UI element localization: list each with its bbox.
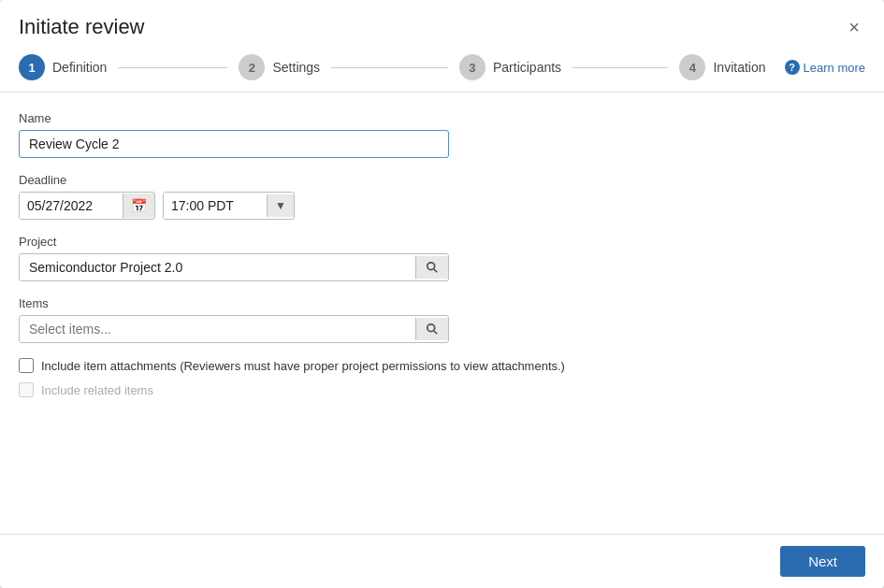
step-4-label: Invitation <box>713 60 765 75</box>
calendar-icon: 📅 <box>131 198 147 213</box>
include-attachments-checkbox[interactable] <box>19 358 34 373</box>
deadline-row: 📅 ▼ <box>19 192 865 220</box>
step-4: 4 Invitation <box>679 54 765 80</box>
modal-title: Initiate review <box>19 15 145 39</box>
svg-line-3 <box>434 331 438 335</box>
time-input[interactable] <box>164 193 267 219</box>
name-input[interactable] <box>19 130 449 158</box>
include-related-checkbox[interactable] <box>19 382 34 397</box>
help-icon: ? <box>785 60 800 75</box>
items-label: Items <box>19 296 865 310</box>
time-dropdown-button[interactable]: ▼ <box>267 194 294 217</box>
date-input[interactable] <box>20 193 123 219</box>
step-1-circle: 1 <box>19 54 45 80</box>
include-attachments-label: Include item attachments (Reviewers must… <box>41 359 565 373</box>
step-1-label: Definition <box>52 60 107 75</box>
step-2-label: Settings <box>272 60 320 75</box>
calendar-button[interactable]: 📅 <box>123 194 154 218</box>
stepper-steps: 1 Definition 2 Settings 3 <box>19 54 766 80</box>
step-2: 2 Settings <box>239 54 458 80</box>
modal-header: Initiate review × 1 Definition 2 <box>0 0 884 93</box>
svg-point-2 <box>428 324 435 332</box>
learn-more-label: Learn more <box>804 61 865 75</box>
items-input[interactable] <box>20 316 415 342</box>
modal-footer: Next <box>0 534 884 588</box>
include-related-label: Include related items <box>41 383 153 397</box>
step-1-line <box>118 67 227 68</box>
name-label: Name <box>19 111 865 125</box>
search-icon <box>426 261 439 274</box>
step-3-line <box>572 67 668 68</box>
project-input[interactable] <box>20 254 415 280</box>
step-4-circle: 4 <box>679 54 705 80</box>
project-search-button[interactable] <box>415 256 448 279</box>
name-group: Name <box>19 111 865 158</box>
next-button[interactable]: Next <box>780 546 865 577</box>
deadline-label: Deadline <box>19 173 865 187</box>
close-button[interactable]: × <box>843 16 865 38</box>
svg-line-1 <box>434 269 438 273</box>
step-2-circle: 2 <box>239 54 265 80</box>
items-group: Items <box>19 296 865 343</box>
items-search-icon <box>426 323 439 336</box>
time-select-wrapper: ▼ <box>163 192 295 220</box>
step-3: 3 Participants <box>459 54 679 80</box>
project-group: Project <box>19 235 865 281</box>
project-label: Project <box>19 235 865 249</box>
items-input-wrapper <box>19 315 449 343</box>
checkbox-attachments-row: Include item attachments (Reviewers must… <box>19 358 865 373</box>
modal-title-row: Initiate review × <box>19 15 865 39</box>
date-input-wrapper: 📅 <box>19 192 155 220</box>
step-3-label: Participants <box>493 60 561 75</box>
initiate-review-modal: Initiate review × 1 Definition 2 <box>0 0 884 588</box>
step-2-line <box>331 67 448 68</box>
learn-more-link[interactable]: ? Learn more <box>785 60 865 75</box>
step-1: 1 Definition <box>19 54 239 80</box>
svg-point-0 <box>428 263 435 270</box>
step-3-circle: 3 <box>459 54 485 80</box>
project-input-wrapper <box>19 253 449 281</box>
chevron-down-icon: ▼ <box>275 199 286 212</box>
deadline-group: Deadline 📅 ▼ <box>19 173 865 220</box>
modal-body: Name Deadline 📅 ▼ <box>0 93 884 534</box>
stepper-row: 1 Definition 2 Settings 3 <box>19 54 865 92</box>
checkbox-related-row: Include related items <box>19 382 865 397</box>
items-search-button[interactable] <box>415 318 448 340</box>
